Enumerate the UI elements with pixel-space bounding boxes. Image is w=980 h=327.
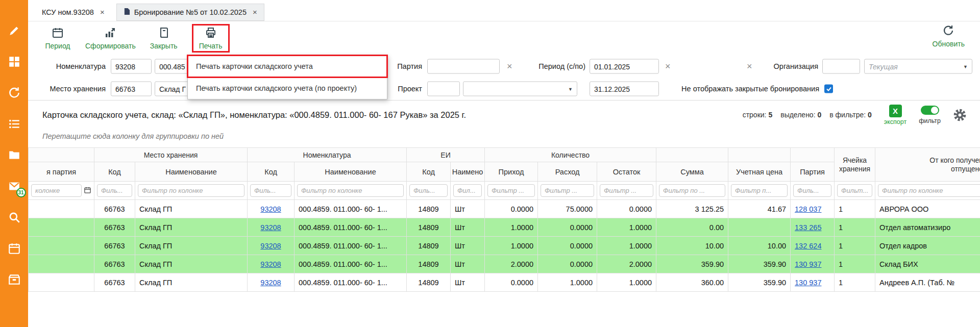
column-header-cell[interactable]: Наимено <box>451 162 485 182</box>
clear-icon[interactable]: × <box>747 62 752 71</box>
cell: 14809 <box>407 218 451 237</box>
tab-ksu[interactable]: КСУ ном.93208 × <box>35 5 111 20</box>
column-header-cell[interactable]: я партия <box>29 162 94 182</box>
filter-cell <box>135 182 248 200</box>
column-header-cell[interactable]: Учетная цена <box>728 162 791 182</box>
box-icon[interactable] <box>7 272 22 287</box>
period-label: Период (с/по) <box>528 62 585 70</box>
search-icon[interactable] <box>7 210 22 224</box>
generate-button[interactable]: Сформировать <box>85 27 136 50</box>
clear-icon[interactable]: × <box>665 62 671 71</box>
cell: 133 265 <box>791 218 835 237</box>
column-filter-input[interactable] <box>297 184 404 197</box>
cell: 1.0000 <box>597 273 656 292</box>
filter-cell <box>597 182 656 200</box>
storage-code-input[interactable] <box>111 82 152 96</box>
cell: 1.0000 <box>485 237 538 255</box>
cell-link[interactable]: 93208 <box>260 223 281 232</box>
column-filter-input[interactable] <box>878 184 980 197</box>
cell: 1 <box>835 237 875 255</box>
filter-row <box>29 182 980 200</box>
apps-grid-icon[interactable] <box>7 55 22 69</box>
export-button[interactable]: X экспорт <box>884 105 906 125</box>
nomenclature-name-input[interactable] <box>155 59 192 74</box>
cell: 1.0000 <box>538 273 597 292</box>
print-menu-item-card[interactable]: Печать карточки складского учета <box>188 56 387 77</box>
edit-icon[interactable] <box>7 23 22 38</box>
column-header-cell[interactable]: Код <box>248 162 295 182</box>
column-header-cell[interactable]: Остаток <box>597 162 656 182</box>
column-filter-input[interactable] <box>731 184 788 197</box>
task-list-icon[interactable] <box>7 117 22 131</box>
close-icon[interactable]: × <box>253 8 257 16</box>
close-card-button[interactable]: Закрыть <box>150 27 178 50</box>
column-header-cell[interactable]: Расход <box>538 162 597 182</box>
column-filter-input[interactable] <box>793 184 831 197</box>
calendar-icon[interactable] <box>84 186 91 195</box>
sync-icon[interactable] <box>7 86 22 100</box>
column-filter-input[interactable] <box>487 184 535 197</box>
hide-closed-checkbox[interactable] <box>824 85 833 93</box>
column-header-cell[interactable]: Ячейка хранения <box>835 148 875 182</box>
period-to-input[interactable] <box>590 82 659 96</box>
cell-link[interactable]: 133 265 <box>795 223 821 232</box>
organization-select[interactable]: Текущая ▼ <box>864 59 972 74</box>
table-row[interactable]: 66763Склад ГП93208000.4859. 011.000- 60-… <box>29 200 980 218</box>
mail-icon[interactable]: 31 <box>7 179 22 193</box>
column-header-cell[interactable]: Код <box>407 162 451 182</box>
column-filter-input[interactable] <box>138 184 244 197</box>
cell: Склад БИХ <box>875 255 980 273</box>
column-filter-input[interactable] <box>409 184 448 197</box>
column-header-cell[interactable]: Приход <box>485 162 538 182</box>
column-filter-input[interactable] <box>659 184 725 197</box>
project-select[interactable]: ▼ <box>463 82 577 96</box>
column-filter-input[interactable] <box>453 184 482 197</box>
project-code-input[interactable] <box>427 82 460 96</box>
cell-link[interactable]: 132 624 <box>795 242 821 250</box>
column-header-cell[interactable]: Наименование <box>135 162 248 182</box>
column-header-cell[interactable]: Партия <box>791 162 835 182</box>
app-window: 31 КСУ ном.93208 × Бронирование №5 от 10… <box>0 0 980 327</box>
cell-link[interactable]: 130 937 <box>795 260 821 268</box>
print-button[interactable]: Печать <box>198 27 224 50</box>
close-icon[interactable]: × <box>100 8 105 16</box>
gear-icon[interactable] <box>953 108 967 122</box>
organization-code-input[interactable] <box>822 59 860 74</box>
column-filter-input[interactable] <box>541 184 594 197</box>
filter-cell <box>728 182 791 200</box>
cell-link[interactable]: 93208 <box>260 260 281 268</box>
column-header-cell[interactable]: Код <box>94 162 135 182</box>
table-row[interactable]: 66763Склад ГП93208000.4859. 011.000- 60-… <box>29 273 980 292</box>
column-filter-input[interactable] <box>31 184 82 197</box>
filter-toggle[interactable]: фильтр <box>919 106 941 124</box>
print-menu-item-card-project[interactable]: Печать карточки складского учета (по про… <box>188 77 387 99</box>
cell: 130 937 <box>791 255 835 273</box>
tab-booking[interactable]: Бронирование №5 от 10.02.2025 × <box>116 4 264 21</box>
nomenclature-code-input[interactable] <box>111 59 152 74</box>
cell-link[interactable]: 93208 <box>260 279 281 287</box>
table-row[interactable]: 66763Склад ГП93208000.4859. 011.000- 60-… <box>29 255 980 273</box>
calendar-icon[interactable] <box>7 241 22 256</box>
folder-icon[interactable] <box>7 148 22 162</box>
refresh-button[interactable]: Обновить <box>933 24 965 48</box>
cell-link[interactable]: 128 037 <box>795 205 821 213</box>
column-header-cell[interactable]: От кого получен отпущено <box>875 148 980 182</box>
cell-link[interactable]: 93208 <box>260 205 281 213</box>
column-filter-input[interactable] <box>837 184 872 197</box>
clear-icon[interactable]: × <box>507 62 512 71</box>
column-header-cell[interactable]: Сумма <box>656 162 728 182</box>
cell-link[interactable]: 93208 <box>260 242 281 250</box>
cell-link[interactable]: 130 937 <box>795 279 821 287</box>
table-row[interactable]: 66763Склад ГП93208000.4859. 011.000- 60-… <box>29 218 980 237</box>
period-from-input[interactable] <box>590 59 659 74</box>
table-row[interactable]: 66763Склад ГП93208000.4859. 011.000- 60-… <box>29 237 980 255</box>
in-filter-count: 0 <box>868 111 872 119</box>
cell: 93208 <box>248 255 295 273</box>
column-filter-input[interactable] <box>600 184 653 197</box>
column-header-cell[interactable]: Наименование <box>295 162 407 182</box>
party-input[interactable] <box>427 59 500 74</box>
column-filter-input[interactable] <box>97 184 132 197</box>
column-filter-input[interactable] <box>250 184 291 197</box>
period-button[interactable]: Период <box>44 27 71 50</box>
storage-name-input[interactable] <box>155 82 192 96</box>
